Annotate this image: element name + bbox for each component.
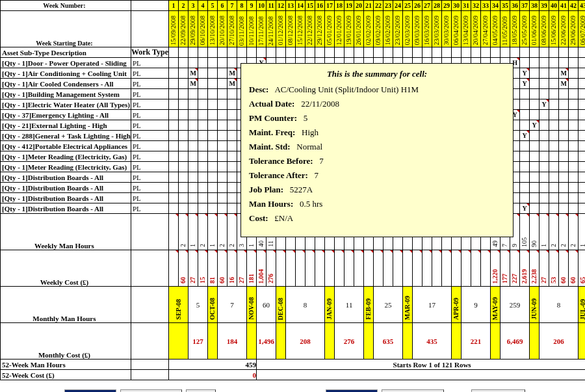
grid-cell[interactable] [179, 203, 188, 214]
grid-cell[interactable] [179, 58, 188, 68]
grid-cell[interactable] [569, 58, 578, 68]
grid-cell[interactable] [549, 131, 559, 141]
grid-cell[interactable] [520, 151, 530, 162]
grid-cell[interactable] [198, 79, 208, 89]
grid-cell[interactable] [569, 141, 578, 151]
grid-cell[interactable] [569, 151, 578, 162]
grid-cell[interactable] [228, 110, 237, 120]
grid-cell[interactable] [179, 151, 188, 162]
grid-cell[interactable] [218, 162, 228, 172]
grid-cell[interactable] [188, 110, 198, 120]
grid-cell[interactable] [208, 131, 218, 141]
grid-cell[interactable] [530, 141, 540, 151]
grid-cell[interactable] [218, 183, 228, 193]
grid-cell[interactable] [188, 172, 198, 183]
grid-cell[interactable] [208, 68, 218, 79]
grid-cell[interactable] [559, 110, 569, 120]
scroll-up-button[interactable]: Scroll Up [471, 389, 525, 392]
grid-cell[interactable] [188, 151, 198, 162]
grid-cell[interactable] [569, 203, 578, 214]
grid-cell[interactable] [169, 120, 179, 131]
grid-cell[interactable] [549, 99, 559, 110]
grid-cell[interactable] [578, 203, 585, 214]
grid-cell[interactable] [578, 131, 585, 141]
grid-cell[interactable] [549, 172, 559, 183]
pm-mark-M[interactable]: M [559, 68, 569, 79]
grid-cell[interactable] [198, 58, 208, 68]
grid-cell[interactable] [559, 203, 569, 214]
grid-cell[interactable] [179, 89, 188, 99]
pm-mark-Y[interactable]: Y [530, 120, 540, 131]
grid-cell[interactable] [520, 172, 530, 183]
grid-cell[interactable] [188, 193, 198, 203]
grid-cell[interactable] [520, 99, 530, 110]
grid-cell[interactable] [188, 183, 198, 193]
grid-cell[interactable] [198, 89, 208, 99]
grid-cell[interactable] [578, 110, 585, 120]
grid-cell[interactable] [540, 131, 549, 141]
grid-cell[interactable] [520, 193, 530, 203]
grid-cell[interactable] [569, 172, 578, 183]
pm-mark-M[interactable]: M [228, 79, 237, 89]
grid-cell[interactable] [198, 99, 208, 110]
pm-mark-Y[interactable]: Y [520, 203, 530, 214]
grid-cell[interactable] [228, 120, 237, 131]
grid-cell[interactable] [218, 141, 228, 151]
grid-cell[interactable] [569, 131, 578, 141]
pm-mark-Y[interactable]: Y [520, 68, 530, 79]
grid-cell[interactable] [169, 162, 179, 172]
grid-cell[interactable] [549, 68, 559, 79]
grid-cell[interactable] [540, 58, 549, 68]
grid-cell[interactable] [208, 203, 218, 214]
grid-cell[interactable] [208, 79, 218, 89]
grid-cell[interactable] [169, 110, 179, 120]
grid-cell[interactable] [559, 99, 569, 110]
grid-cell[interactable] [188, 89, 198, 99]
grid-cell[interactable] [540, 120, 549, 131]
grid-cell[interactable] [549, 162, 559, 172]
grid-cell[interactable] [218, 151, 228, 162]
grid-cell[interactable] [549, 203, 559, 214]
grid-cell[interactable] [569, 183, 578, 193]
grid-cell[interactable] [169, 141, 179, 151]
grid-cell[interactable] [559, 151, 569, 162]
grid-cell[interactable] [578, 141, 585, 151]
grid-cell[interactable] [218, 110, 228, 120]
grid-cell[interactable] [559, 162, 569, 172]
scroll-down-button[interactable]: Scroll Down [382, 389, 445, 392]
grid-cell[interactable] [578, 172, 585, 183]
grid-cell[interactable] [188, 162, 198, 172]
grid-cell[interactable] [559, 58, 569, 68]
grid-cell[interactable] [569, 162, 578, 172]
grid-cell[interactable] [228, 162, 237, 172]
grid-cell[interactable] [188, 99, 198, 110]
grid-cell[interactable] [218, 172, 228, 183]
grid-cell[interactable] [198, 183, 208, 193]
pm-mark-M[interactable]: M [188, 68, 198, 79]
grid-cell[interactable] [228, 172, 237, 183]
grid-cell[interactable] [549, 120, 559, 131]
grid-cell[interactable] [559, 141, 569, 151]
grid-cell[interactable] [198, 110, 208, 120]
grid-cell[interactable] [218, 89, 228, 99]
vscroll-listbox[interactable]: Page1041 [326, 389, 378, 392]
grid-cell[interactable] [169, 203, 179, 214]
pm-mark-Y[interactable]: Y [520, 79, 530, 89]
grid-cell[interactable] [559, 120, 569, 131]
grid-cell[interactable] [559, 89, 569, 99]
grid-cell[interactable] [530, 203, 540, 214]
grid-cell[interactable] [520, 89, 530, 99]
grid-cell[interactable] [188, 203, 198, 214]
grid-cell[interactable] [540, 141, 549, 151]
grid-cell[interactable] [208, 58, 218, 68]
grid-cell[interactable] [228, 193, 237, 203]
grid-cell[interactable] [578, 68, 585, 79]
grid-cell[interactable] [559, 183, 569, 193]
grid-cell[interactable] [569, 68, 578, 79]
grid-cell[interactable] [179, 183, 188, 193]
pm-mark-M[interactable]: M [188, 79, 198, 89]
grid-cell[interactable] [218, 79, 228, 89]
grid-cell[interactable] [530, 151, 540, 162]
grid-cell[interactable] [549, 89, 559, 99]
hscroll-listbox[interactable]: 52Weeks12Weeks4Weeks1Week [64, 389, 116, 392]
